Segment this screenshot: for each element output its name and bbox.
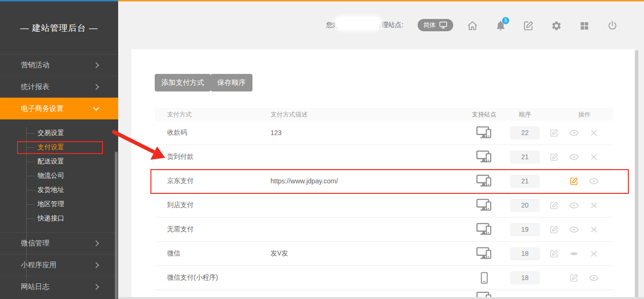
- payment-method-name: 货到付款: [155, 153, 271, 161]
- eye-icon[interactable]: [564, 152, 584, 162]
- sidebar-item-bottom-2[interactable]: 网站日志: [0, 276, 118, 298]
- power-icon[interactable]: [606, 19, 618, 32]
- sidebar-item-top-1[interactable]: 统计报表: [0, 76, 118, 98]
- table-row-0: 收款码12322: [155, 121, 614, 145]
- payment-method-name: 微信: [155, 249, 271, 258]
- sidebar-menu: 营销活动统计报表电子商务设置交易设置支付设置配送设置物流公司发货地址地区管理快递…: [0, 54, 118, 298]
- close-icon[interactable]: [584, 201, 604, 209]
- sidebar-scrollbar[interactable]: [115, 152, 118, 299]
- payment-method-description: https://www.jdpay.com/: [271, 177, 460, 185]
- operations-cell: [542, 176, 614, 186]
- payment-method-name: 无需支付: [155, 225, 271, 234]
- eye-icon[interactable]: [564, 200, 584, 210]
- sidebar-subitem-2[interactable]: 配送设置: [0, 154, 118, 169]
- sidebar-item-bottom-1[interactable]: 小程序应用: [0, 254, 118, 276]
- supported-sites-cell: [460, 223, 508, 236]
- sidebar-subitem-3[interactable]: 物流公司: [0, 169, 118, 183]
- submenu-tree-tick: [26, 176, 35, 176]
- submenu-tree-tick: [26, 162, 35, 162]
- site-switcher-pill[interactable]: 简体: [418, 19, 453, 31]
- sidebar-item-bottom-0[interactable]: 微信管理: [0, 232, 118, 254]
- payment-method-name: [155, 290, 271, 291]
- sidebar-subitem-5[interactable]: 地区管理: [0, 197, 118, 211]
- header-description: 支付方式描述: [271, 110, 460, 119]
- desktop-mobile-icon: [476, 199, 492, 212]
- save-order-button[interactable]: 保存顺序: [211, 74, 252, 91]
- edit-icon[interactable]: [564, 177, 584, 186]
- supported-sites-cell: [460, 150, 508, 163]
- sidebar-subitem-1[interactable]: 支付设置: [0, 140, 118, 154]
- close-icon[interactable]: [584, 129, 604, 137]
- sidebar-subitem-label: 快递接口: [37, 214, 64, 223]
- chevron-down-icon: [93, 105, 99, 111]
- sidebar-item-label: 小程序应用: [21, 261, 56, 270]
- sidebar-subitem-label: 发货地址: [37, 186, 64, 194]
- order-input[interactable]: 21: [510, 151, 540, 163]
- eye-icon[interactable]: [584, 273, 604, 283]
- sidebar-subitem-4[interactable]: 发货地址: [0, 183, 118, 197]
- edit-icon[interactable]: [544, 128, 564, 137]
- table-header-row: 支付方式 支付方式描述 支持站点 顺序 操作: [155, 108, 614, 121]
- sidebar-item-label: 统计报表: [21, 82, 49, 91]
- header-order: 顺序: [508, 110, 542, 119]
- payment-method-description: 发V发: [271, 249, 460, 258]
- supported-sites-cell: [460, 272, 508, 284]
- order-cell: 19: [508, 223, 542, 236]
- add-payment-method-button[interactable]: 添加支付方式: [155, 74, 211, 91]
- sidebar: — 建站管理后台 — 营销活动统计报表电子商务设置交易设置支付设置配送设置物流公…: [0, 1, 118, 299]
- order-input[interactable]: 18: [510, 272, 540, 284]
- operations-cell: [542, 290, 614, 291]
- sidebar-subitem-6[interactable]: 快递接口: [0, 211, 118, 226]
- horizontal-scrollbar[interactable]: [119, 297, 644, 299]
- sidebar-subitem-label: 交易设置: [37, 129, 64, 137]
- gear-icon[interactable]: [550, 19, 562, 32]
- desktop-mobile-icon: [476, 247, 492, 260]
- order-cell: 21: [508, 151, 542, 163]
- close-icon[interactable]: [584, 250, 604, 258]
- order-input[interactable]: 20: [510, 199, 540, 212]
- close-icon[interactable]: [584, 153, 604, 161]
- payment-method-name: 京东支付: [155, 177, 271, 185]
- edit-square-icon[interactable]: [522, 19, 534, 32]
- header-supported-sites: 支持站点: [460, 110, 508, 119]
- sidebar-subitem-0[interactable]: 交易设置: [0, 126, 118, 140]
- chevron-right-icon: [93, 240, 99, 246]
- home-icon[interactable]: [466, 19, 478, 32]
- operations-cell: [542, 152, 614, 162]
- sidebar-subitem-label: 物流公司: [37, 172, 64, 180]
- payment-table-body: 收款码12322货到付款21京东支付https://www.jdpay.com/…: [155, 121, 614, 299]
- notification-badge: 5: [502, 17, 509, 24]
- eye-off-icon[interactable]: [564, 249, 584, 259]
- sidebar-subitem-label: 配送设置: [37, 157, 64, 166]
- supported-sites-cell: [460, 199, 508, 212]
- desktop-mobile-icon: [476, 174, 492, 188]
- payment-method-description: [271, 290, 460, 291]
- desktop-mobile-icon: [476, 126, 492, 139]
- edit-icon[interactable]: [544, 201, 564, 210]
- sidebar-item-top-2[interactable]: 电子商务设置: [0, 98, 118, 119]
- edit-icon[interactable]: [544, 225, 564, 234]
- submenu-tree-tick: [26, 190, 35, 190]
- order-input[interactable]: 19: [510, 223, 540, 236]
- vertical-scrollbar[interactable]: [635, 50, 638, 299]
- order-input[interactable]: 21: [510, 175, 540, 188]
- chevron-right-icon: [93, 284, 99, 290]
- edit-icon[interactable]: [544, 249, 564, 258]
- sidebar-item-label: 营销活动: [21, 61, 49, 70]
- operations-cell: [542, 225, 614, 235]
- edit-icon[interactable]: [564, 273, 584, 282]
- eye-icon[interactable]: [584, 176, 604, 186]
- edit-icon[interactable]: [544, 153, 564, 162]
- sidebar-item-top-0[interactable]: 营销活动: [0, 54, 118, 76]
- grid-icon[interactable]: [578, 19, 590, 32]
- eye-icon[interactable]: [564, 225, 584, 235]
- order-input[interactable]: 18: [510, 247, 540, 260]
- eye-icon[interactable]: [564, 128, 584, 138]
- order-cell: 20: [508, 199, 542, 212]
- sidebar-submenu: 交易设置支付设置配送设置物流公司发货地址地区管理快递接口: [0, 119, 118, 232]
- order-input[interactable]: 22: [510, 127, 540, 139]
- payment-method-name: 收款码: [155, 128, 271, 137]
- sidebar-item-label: 微信管理: [21, 239, 49, 248]
- close-icon[interactable]: [584, 226, 604, 234]
- sidebar-item-label: 网站日志: [21, 282, 49, 291]
